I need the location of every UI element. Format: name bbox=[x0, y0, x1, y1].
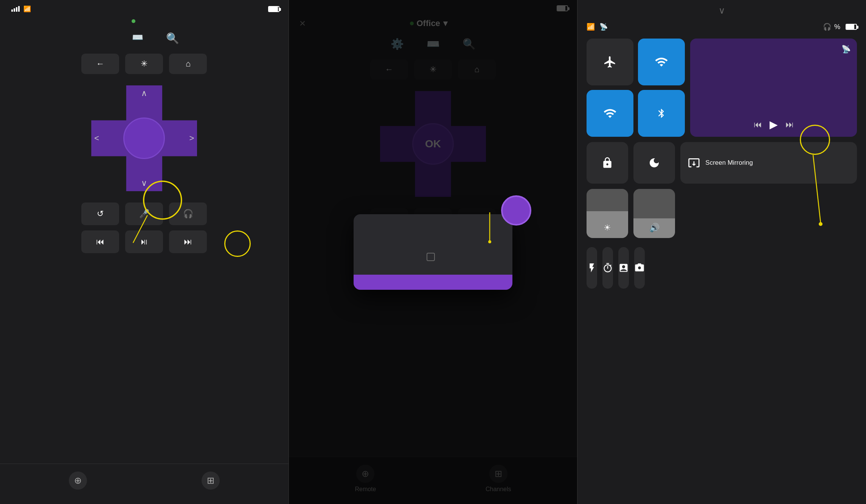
replay-button-1[interactable]: ↺ bbox=[81, 203, 119, 225]
panel-3-control-center: ∨ 📶 📡 🎧 % bbox=[577, 0, 866, 504]
volume-slider[interactable]: 🔊 bbox=[633, 189, 675, 238]
cc-bottom-row bbox=[577, 247, 866, 289]
ctrl-row-1: ↺ 🎤 🎧 bbox=[81, 203, 207, 225]
dpad-left-1[interactable]: < bbox=[94, 133, 99, 143]
cc-status-bar-3: 📶 📡 🎧 % bbox=[577, 16, 866, 35]
rewind-button-1[interactable]: ⏮ bbox=[81, 230, 119, 253]
bottom-tabs-1: ⊕ ⊞ bbox=[0, 464, 289, 504]
timer-tile[interactable] bbox=[602, 247, 613, 289]
panel-1-remote: 📶 ⌨️ 🔍 ← ✳ ⌂ ∧ ∨ < > bbox=[0, 0, 289, 504]
cc-status-right-3: 🎧 % bbox=[823, 23, 857, 31]
fastforward-button-1[interactable]: ⏭ bbox=[169, 230, 207, 253]
cc-status-left-3: 📶 📡 bbox=[587, 23, 608, 31]
back-button-1[interactable]: ← bbox=[81, 54, 119, 74]
rewind-icon-3[interactable]: ⏮ bbox=[754, 120, 762, 130]
battery-icon-1 bbox=[268, 6, 279, 12]
signal-icon-3: 📶 bbox=[587, 23, 595, 31]
cc-row1: 📡 ⏮ ▶ ⏭ bbox=[587, 39, 857, 137]
cc-row2: Screen Mirroring bbox=[587, 142, 857, 184]
dialog-checkbox-row-2 bbox=[367, 253, 499, 261]
sleep-tile[interactable] bbox=[633, 142, 675, 184]
headphone-annotation-circle-1 bbox=[224, 230, 251, 257]
camera-tile[interactable] bbox=[634, 247, 645, 289]
cc-chevron: ∨ bbox=[577, 0, 866, 16]
device-dot-1 bbox=[132, 19, 135, 23]
playpause-button-1[interactable]: ⏯ bbox=[125, 230, 163, 253]
dialog-body-2 bbox=[354, 214, 512, 275]
battery-1 bbox=[266, 6, 279, 12]
headphone-icon-3: 🎧 bbox=[823, 23, 831, 31]
remote-tab-icon-1: ⊕ bbox=[69, 472, 87, 490]
status-bar-1: 📶 bbox=[0, 0, 289, 15]
tab-remote-1[interactable]: ⊕ bbox=[69, 472, 87, 493]
keyboard-icon-1[interactable]: ⌨️ bbox=[132, 32, 143, 45]
music-controls: ⏮ ▶ ⏭ bbox=[696, 118, 851, 131]
panel-2-dialog: × Office ▾ ⚙️ ⌨️ 🔍 ← ✳ ⌂ OK ↺ 🎤 🎧 bbox=[289, 0, 578, 504]
status-left-1: 📶 bbox=[9, 5, 31, 12]
home-button-1[interactable]: ⌂ bbox=[169, 54, 207, 74]
screen-mirror-text: Screen Mirroring bbox=[705, 159, 753, 167]
ctrl-row-2: ⏮ ⏯ ⏭ bbox=[81, 230, 207, 253]
connectivity-grid bbox=[587, 39, 685, 137]
ff-icon-3[interactable]: ⏭ bbox=[785, 120, 794, 130]
signal-bars-1 bbox=[11, 6, 20, 12]
battery-pct-3: % bbox=[834, 23, 840, 31]
wifi-icon-3: 📡 bbox=[599, 23, 608, 31]
dialog-wrapper bbox=[354, 214, 512, 290]
cellular-tile[interactable] bbox=[638, 39, 685, 85]
dpad-1: ∧ ∨ < > bbox=[91, 85, 197, 191]
headphone-button-1[interactable]: 🎧 bbox=[169, 203, 207, 225]
play-icon-3[interactable]: ▶ bbox=[770, 118, 778, 131]
wifi-tile[interactable] bbox=[587, 90, 633, 137]
dpad-up-1[interactable]: ∧ bbox=[141, 88, 147, 98]
dpad-down-1[interactable]: ∨ bbox=[141, 178, 147, 188]
channels-tab-icon-1: ⊞ bbox=[202, 472, 220, 490]
device-label-1[interactable] bbox=[132, 19, 141, 23]
volume-icon: 🔊 bbox=[649, 223, 660, 233]
wifi-icon-1: 📶 bbox=[23, 5, 31, 12]
search-icon-1[interactable]: 🔍 bbox=[166, 32, 179, 45]
asterisk-button-1[interactable]: ✳ bbox=[125, 54, 163, 74]
brightness-icon: ☀ bbox=[604, 223, 611, 233]
app-header-1 bbox=[0, 15, 289, 27]
dialog-ok-button-2[interactable] bbox=[354, 275, 512, 290]
ok-button-1[interactable] bbox=[123, 117, 165, 159]
nav-row-1: ← ✳ ⌂ bbox=[81, 54, 207, 74]
dont-show-checkbox-2[interactable] bbox=[427, 253, 435, 261]
screen-mirror-tile[interactable]: Screen Mirroring bbox=[680, 142, 857, 184]
focus-tile[interactable] bbox=[587, 142, 628, 184]
flashlight-tile[interactable] bbox=[587, 247, 597, 289]
tab-channels-1[interactable]: ⊞ bbox=[202, 472, 220, 493]
brightness-slider[interactable]: ☀ bbox=[587, 189, 628, 238]
battery-icon-3 bbox=[846, 24, 857, 30]
airplane-tile[interactable] bbox=[587, 39, 633, 85]
mic-button-1[interactable]: 🎤 bbox=[125, 203, 163, 225]
ok-bubble-annotation bbox=[501, 195, 531, 226]
dialog-box-2 bbox=[354, 214, 512, 290]
music-tile[interactable]: 📡 ⏮ ▶ ⏭ bbox=[690, 39, 857, 137]
dialog-text-2 bbox=[367, 234, 499, 244]
cc-row3: ☀ 🔊 bbox=[587, 189, 857, 238]
cc-main-grid: 📡 ⏮ ▶ ⏭ Screen Mirroring bbox=[577, 35, 866, 247]
toolbar-1: ⌨️ 🔍 bbox=[109, 27, 179, 50]
airplay-icon[interactable]: 📡 bbox=[841, 45, 851, 54]
calculator-tile[interactable] bbox=[618, 247, 629, 289]
dialog-overlay-2 bbox=[289, 0, 577, 504]
dpad-right-1[interactable]: > bbox=[189, 133, 194, 143]
bluetooth-tile[interactable] bbox=[638, 90, 685, 137]
